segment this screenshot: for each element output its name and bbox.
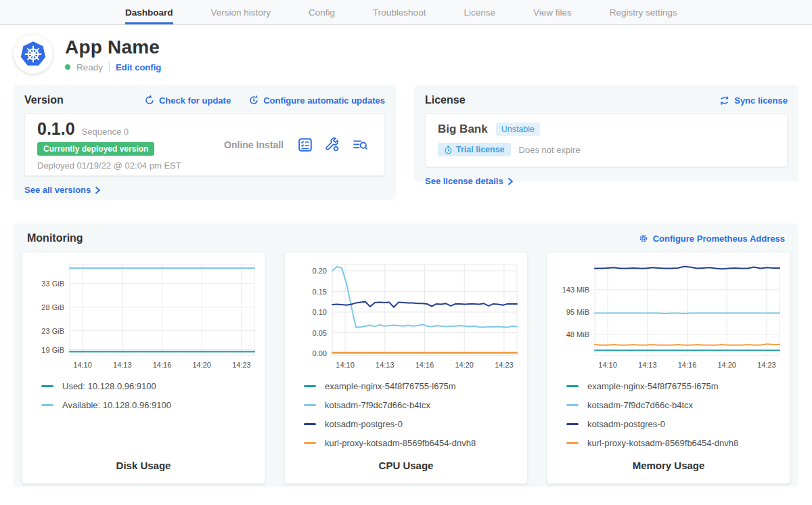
legend-label: kotsadm-7f9dc7d66c-b4tcx bbox=[587, 400, 693, 410]
legend-label: example-nginx-54f8f76755-l675m bbox=[587, 381, 719, 391]
license-card: License Sync license Big Bank Unstable bbox=[414, 85, 798, 181]
chevron-right-icon bbox=[508, 177, 514, 185]
logs-search-icon[interactable] bbox=[352, 137, 368, 152]
legend-item: kotsadm-7f9dc7d66c-b4tcx bbox=[566, 400, 782, 410]
chevron-right-icon bbox=[95, 186, 101, 194]
svg-text:19 GiB: 19 GiB bbox=[41, 346, 64, 354]
legend-swatch bbox=[566, 423, 579, 425]
legend-swatch bbox=[41, 404, 53, 406]
cpu-usage-chart: 0.000.050.100.150.2014:1014:1314:1614:20… bbox=[293, 259, 519, 373]
svg-text:14:10: 14:10 bbox=[598, 361, 617, 369]
legend-swatch bbox=[304, 442, 316, 444]
legend-label: kotsadm-postgres-0 bbox=[587, 419, 665, 429]
memory-usage-chart: 48 MiB95 MiB143 MiB14:1014:1314:1614:201… bbox=[556, 259, 782, 373]
channel-badge: Unstable bbox=[496, 123, 540, 136]
deployed-badge: Currently deployed version bbox=[37, 142, 154, 156]
svg-text:28 GiB: 28 GiB bbox=[41, 303, 64, 311]
svg-text:0.10: 0.10 bbox=[313, 308, 327, 316]
memory-usage-chart-card: 48 MiB95 MiB143 MiB14:1014:1314:1614:201… bbox=[547, 252, 790, 484]
app-header: App Name Ready Edit config bbox=[14, 35, 798, 74]
legend-label: kurl-proxy-kotsadm-8569fb6454-dnvh8 bbox=[587, 438, 738, 448]
tab-config[interactable]: Config bbox=[309, 0, 335, 24]
gear-icon bbox=[638, 233, 649, 244]
legend-item: kotsadm-postgres-0 bbox=[304, 419, 519, 429]
legend-item: kotsadm-7f9dc7d66c-b4tcx bbox=[304, 400, 519, 410]
divider bbox=[109, 62, 110, 72]
svg-text:0.15: 0.15 bbox=[313, 288, 327, 296]
version-card-title: Version bbox=[24, 94, 64, 106]
legend-item: example-nginx-54f8f76755-l675m bbox=[304, 381, 519, 391]
configure-prometheus-button[interactable]: Configure Prometheus Address bbox=[638, 233, 785, 244]
svg-text:14:10: 14:10 bbox=[73, 361, 92, 369]
disk-usage-chart-card: 19 GiB23 GiB28 GiB33 GiB14:1014:1314:161… bbox=[22, 252, 265, 484]
legend-label: Available: 10.128.0.96:9100 bbox=[62, 400, 171, 410]
svg-text:23 GiB: 23 GiB bbox=[41, 327, 64, 335]
tab-troubleshoot[interactable]: Troubleshoot bbox=[373, 0, 426, 24]
tab-version-history[interactable]: Version history bbox=[211, 0, 271, 24]
edit-config-link[interactable]: Edit config bbox=[116, 62, 161, 72]
deployed-timestamp: Deployed 01/19/22 @ 02:04 pm EST bbox=[37, 160, 210, 171]
legend-label: kotsadm-postgres-0 bbox=[325, 419, 403, 429]
svg-text:14:23: 14:23 bbox=[757, 361, 776, 369]
refresh-icon bbox=[144, 95, 155, 106]
tab-registry-settings[interactable]: Registry settings bbox=[610, 0, 677, 24]
svg-text:0.00: 0.00 bbox=[313, 349, 327, 357]
see-all-versions-link[interactable]: See all versions bbox=[24, 185, 101, 195]
legend-item: kotsadm-postgres-0 bbox=[566, 419, 782, 429]
svg-text:14:13: 14:13 bbox=[113, 361, 132, 369]
svg-text:14:16: 14:16 bbox=[678, 361, 697, 369]
top-nav: Dashboard Version history Config Trouble… bbox=[0, 0, 812, 25]
install-type-label: Online Install bbox=[210, 139, 298, 150]
see-license-details-link[interactable]: See license details bbox=[425, 176, 514, 186]
memory-usage-legend: example-nginx-54f8f76755-l675mkotsadm-7f… bbox=[566, 381, 782, 460]
chart-title: Memory Usage bbox=[556, 460, 782, 471]
license-panel: Big Bank Unstable Trial license Does not… bbox=[425, 113, 788, 167]
svg-text:0.05: 0.05 bbox=[313, 329, 327, 337]
tab-dashboard[interactable]: Dashboard bbox=[125, 0, 173, 24]
svg-text:14:20: 14:20 bbox=[717, 361, 736, 369]
svg-text:14:13: 14:13 bbox=[376, 361, 394, 369]
version-card: Version Check for update bbox=[14, 85, 396, 200]
svg-text:14:23: 14:23 bbox=[232, 361, 251, 369]
stopwatch-icon bbox=[444, 146, 453, 154]
monitoring-section: Monitoring Configure Prometheus Address … bbox=[14, 223, 798, 487]
svg-text:14:16: 14:16 bbox=[415, 361, 434, 369]
customer-name: Big Bank bbox=[438, 123, 488, 136]
check-for-update-button[interactable]: Check for update bbox=[144, 95, 231, 106]
legend-swatch bbox=[566, 442, 579, 444]
legend-swatch bbox=[304, 404, 316, 406]
svg-text:14:20: 14:20 bbox=[455, 361, 474, 369]
legend-swatch bbox=[304, 385, 316, 387]
legend-swatch bbox=[566, 385, 579, 387]
tab-license[interactable]: License bbox=[464, 0, 495, 24]
svg-text:143 MiB: 143 MiB bbox=[562, 286, 589, 294]
legend-swatch bbox=[304, 423, 316, 425]
preflight-checklist-icon[interactable] bbox=[298, 137, 313, 152]
ready-status-dot bbox=[65, 64, 70, 70]
legend-swatch bbox=[41, 385, 53, 387]
disk-usage-chart: 19 GiB23 GiB28 GiB33 GiB14:1014:1314:161… bbox=[30, 259, 256, 373]
version-number: 0.1.0 bbox=[37, 119, 75, 139]
svg-text:33 GiB: 33 GiB bbox=[41, 280, 64, 288]
configure-automatic-updates-button[interactable]: Configure automatic updates bbox=[248, 95, 385, 106]
legend-item: kurl-proxy-kotsadm-8569fb6454-dnvh8 bbox=[566, 438, 782, 448]
svg-text:95 MiB: 95 MiB bbox=[566, 308, 589, 316]
disk-usage-legend: Used: 10.128.0.96:9100Available: 10.128.… bbox=[41, 381, 256, 460]
expiration-text: Does not expire bbox=[519, 145, 581, 155]
license-card-title: License bbox=[425, 94, 466, 106]
svg-text:0.20: 0.20 bbox=[313, 267, 327, 275]
monitoring-title: Monitoring bbox=[27, 232, 83, 244]
legend-label: kurl-proxy-kotsadm-8569fb6454-dnvh8 bbox=[325, 438, 476, 448]
tab-view-files[interactable]: View files bbox=[533, 0, 572, 24]
swap-arrows-icon bbox=[719, 95, 730, 106]
svg-text:14:16: 14:16 bbox=[153, 361, 172, 369]
sequence-label: Sequence 0 bbox=[82, 127, 129, 137]
legend-label: example-nginx-54f8f76755-l675m bbox=[325, 381, 456, 391]
legend-label: Used: 10.128.0.96:9100 bbox=[62, 381, 156, 391]
kubernetes-icon bbox=[19, 40, 47, 68]
sync-license-button[interactable]: Sync license bbox=[719, 95, 788, 106]
svg-text:48 MiB: 48 MiB bbox=[566, 330, 589, 338]
wrench-gear-icon[interactable] bbox=[325, 137, 340, 152]
svg-text:14:23: 14:23 bbox=[495, 361, 514, 369]
chart-title: CPU Usage bbox=[293, 460, 519, 471]
